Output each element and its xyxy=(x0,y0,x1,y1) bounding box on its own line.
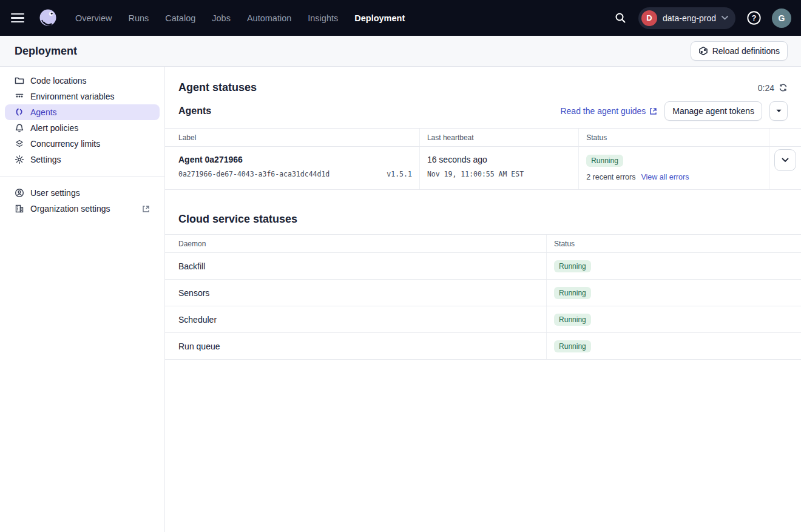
agent-version: v1.5.1 xyxy=(387,170,412,178)
sidebar-divider xyxy=(0,176,164,177)
folder-icon xyxy=(15,76,24,86)
bell-icon xyxy=(15,123,24,133)
sidebar-item-settings[interactable]: Settings xyxy=(5,152,160,167)
search-icon[interactable] xyxy=(610,8,630,29)
menu-icon[interactable] xyxy=(8,9,27,27)
help-icon[interactable]: ? xyxy=(743,8,764,29)
daemon-name: Backfill xyxy=(165,253,547,280)
status-badge: Running xyxy=(554,287,591,299)
status-badge: Running xyxy=(554,340,591,352)
sidebar-item-user-settings[interactable]: User settings xyxy=(5,185,160,201)
daemon-name: Scheduler xyxy=(165,306,547,333)
sidebar-item-concurrency-limits[interactable]: Concurrency limits xyxy=(5,136,160,152)
agents-more-actions-button[interactable] xyxy=(769,101,788,121)
sidebar-item-label: Organization settings xyxy=(30,204,110,214)
nav-jobs[interactable]: Jobs xyxy=(212,13,231,23)
refresh-countdown-value: 0:24 xyxy=(758,83,774,93)
nav-runs[interactable]: Runs xyxy=(128,13,149,23)
column-header-heartbeat: Last heartbeat xyxy=(419,129,578,147)
page-title: Deployment xyxy=(15,45,77,58)
column-header-daemon: Daemon xyxy=(165,235,547,253)
external-link-icon xyxy=(649,107,657,115)
refresh-icon[interactable] xyxy=(779,83,788,92)
gear-icon xyxy=(15,155,24,164)
sidebar-item-environment-variables[interactable]: Environment variables xyxy=(5,89,160,104)
daemon-row: Backfill Running xyxy=(165,253,801,280)
view-all-errors-link[interactable]: View all errors xyxy=(641,173,689,181)
user-circle-icon xyxy=(15,188,24,198)
column-header-label: Label xyxy=(165,129,419,147)
heartbeat-relative: 16 seconds ago xyxy=(427,155,571,164)
sidebar-item-label: Settings xyxy=(30,155,61,164)
svg-text:?: ? xyxy=(751,14,756,22)
dagster-logo-icon[interactable] xyxy=(36,7,59,30)
daemon-row: Run queue Running xyxy=(165,333,801,360)
agents-table: Label Last heartbeat Status Agent 0a2719… xyxy=(165,128,801,190)
sidebar-item-organization-settings[interactable]: Organization settings xyxy=(5,201,160,217)
sidebar-item-label: Environment variables xyxy=(30,92,115,101)
recent-errors-text: 2 recent errors xyxy=(586,173,635,181)
page-header: Deployment Reload definitions xyxy=(0,36,801,67)
sidebar-item-label: Concurrency limits xyxy=(30,139,100,149)
deployment-selector-label: data-eng-prod xyxy=(663,13,716,23)
env-vars-icon xyxy=(15,92,24,101)
layers-icon xyxy=(15,139,24,149)
user-avatar[interactable]: G xyxy=(772,8,791,28)
nav-overview[interactable]: Overview xyxy=(75,13,112,23)
code-location-icon xyxy=(698,46,708,56)
chevron-down-icon xyxy=(782,158,789,163)
agent-guides-link[interactable]: Read the agent guides xyxy=(560,106,657,116)
daemon-name: Sensors xyxy=(165,280,547,306)
agent-row: Agent 0a271966 0a271966-de67-4043-a3f6-a… xyxy=(165,147,801,190)
main-content: Agent statuses 0:24 Agents Read the agen… xyxy=(165,67,801,532)
sidebar-item-label: Code locations xyxy=(30,76,87,86)
nav-deployment[interactable]: Deployment xyxy=(354,13,405,23)
agent-statuses-title: Agent statuses xyxy=(178,81,257,94)
agent-icon xyxy=(15,107,24,117)
status-badge: Running xyxy=(554,314,591,326)
reload-definitions-button[interactable]: Reload definitions xyxy=(691,41,788,61)
sidebar-item-label: Alert policies xyxy=(30,123,78,133)
manage-agent-tokens-button[interactable]: Manage agent tokens xyxy=(664,101,762,121)
heartbeat-timestamp: Nov 19, 11:00:55 AM EST xyxy=(427,170,571,178)
agent-id: 0a271966-de67-4043-a3f6-aca31dc44d1d xyxy=(178,170,330,178)
cloud-service-statuses-table: Daemon Status Backfill Running Sensors R… xyxy=(165,234,801,360)
manage-agent-tokens-label: Manage agent tokens xyxy=(672,106,754,116)
agent-name: Agent 0a271966 xyxy=(178,155,412,164)
top-navigation: Overview Runs Catalog Jobs Automation In… xyxy=(0,0,801,36)
sidebar-item-agents[interactable]: Agents xyxy=(5,104,160,120)
daemon-row: Scheduler Running xyxy=(165,306,801,333)
daemon-name: Run queue xyxy=(165,333,547,360)
cloud-service-statuses-title: Cloud service statuses xyxy=(165,190,801,234)
sidebar-item-code-locations[interactable]: Code locations xyxy=(5,73,160,89)
status-badge: Running xyxy=(554,260,591,272)
column-header-status: Status xyxy=(579,129,769,147)
nav-insights[interactable]: Insights xyxy=(308,13,338,23)
building-icon xyxy=(15,204,24,214)
deployment-initial-badge: D xyxy=(641,10,657,26)
primary-nav: Overview Runs Catalog Jobs Automation In… xyxy=(75,13,405,23)
sidebar-item-label: User settings xyxy=(30,188,80,198)
nav-automation[interactable]: Automation xyxy=(247,13,291,23)
nav-catalog[interactable]: Catalog xyxy=(165,13,195,23)
sidebar-item-label: Agents xyxy=(30,107,57,117)
expand-agent-row-button[interactable] xyxy=(774,149,796,171)
deployment-sidebar: Code locations Environment variables Age… xyxy=(0,67,165,532)
chevron-down-icon xyxy=(722,16,728,20)
column-header-actions xyxy=(769,129,801,147)
daemon-row: Sensors Running xyxy=(165,280,801,306)
sidebar-item-alert-policies[interactable]: Alert policies xyxy=(5,120,160,136)
column-header-status: Status xyxy=(547,235,801,253)
agent-guides-link-label: Read the agent guides xyxy=(560,106,646,116)
caret-down-icon xyxy=(776,109,782,113)
reload-definitions-label: Reload definitions xyxy=(712,46,780,56)
status-badge: Running xyxy=(586,155,623,167)
refresh-countdown: 0:24 xyxy=(758,83,788,93)
external-link-icon xyxy=(142,205,150,213)
agents-section-title: Agents xyxy=(178,106,211,116)
deployment-selector[interactable]: D data-eng-prod xyxy=(638,7,735,29)
